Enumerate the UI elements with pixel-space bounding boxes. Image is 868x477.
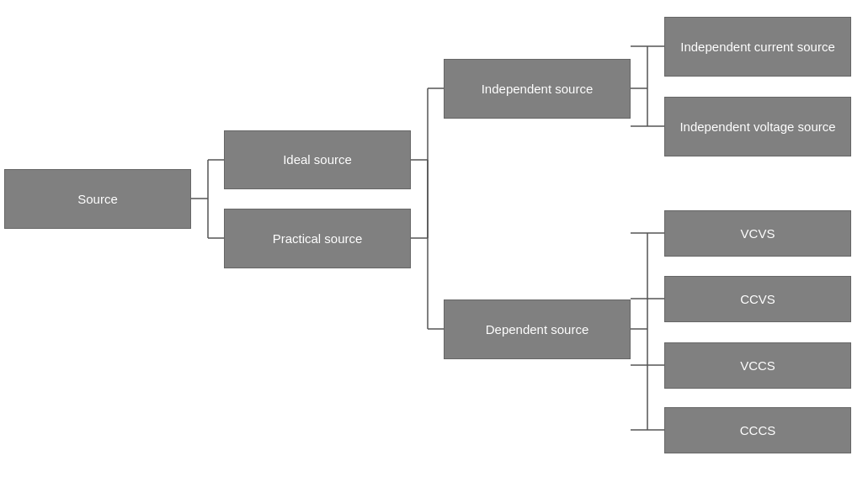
vcvs-node: VCVS [664, 210, 851, 257]
cccs-node: CCCS [664, 407, 851, 453]
dependent-source-node: Dependent source [444, 299, 631, 359]
independent-current-source-node: Independent current source [664, 17, 851, 77]
ccvs-node: CCVS [664, 276, 851, 322]
diagram: Source Ideal source Practical source Ind… [0, 0, 868, 477]
independent-voltage-source-node: Independent voltage source [664, 97, 851, 156]
independent-source-node: Independent source [444, 59, 631, 119]
source-node: Source [4, 169, 191, 229]
ideal-source-node: Ideal source [224, 130, 411, 189]
practical-source-node: Practical source [224, 209, 411, 268]
vccs-node: VCCS [664, 342, 851, 389]
